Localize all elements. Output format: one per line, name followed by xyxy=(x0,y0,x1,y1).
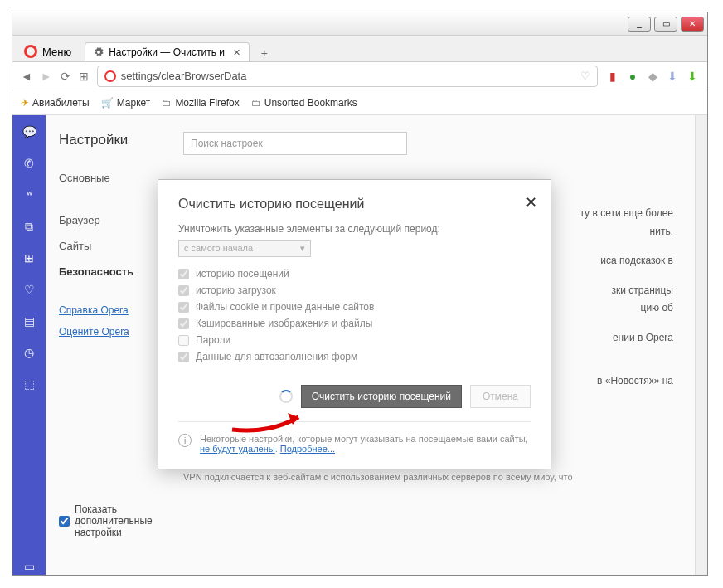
opera-logo-icon xyxy=(24,45,37,58)
settings-sidebar: Настройки Основные Браузер Сайты Безопас… xyxy=(46,115,170,575)
check-browsing-history[interactable]: историю посещений xyxy=(178,265,531,282)
tab-close-button[interactable]: ✕ xyxy=(233,47,240,58)
check-autofill[interactable]: Данные для автозаполнения форм xyxy=(178,348,531,365)
chevron-down-icon: ▾ xyxy=(300,243,305,254)
check-cache[interactable]: Кэшированные изображения и файлы xyxy=(178,315,531,332)
rail-extensions-icon[interactable]: ⬚ xyxy=(21,376,37,392)
tab-title: Настройки — Очистить и xyxy=(109,46,225,58)
sidebar-item-browser[interactable]: Браузер xyxy=(59,207,170,233)
loading-spinner-icon xyxy=(279,390,293,403)
close-window-button[interactable]: ✕ xyxy=(681,17,704,32)
tab-bar: Меню Настройки — Очистить и ✕ + xyxy=(12,36,707,62)
sidebar-item-basic[interactable]: Основные xyxy=(59,165,170,191)
rail-whatsapp-icon[interactable]: ✆ xyxy=(21,155,37,172)
bookmark-item[interactable]: ✈Авиабилеты xyxy=(21,97,90,109)
check-download-history[interactable]: историю загрузок xyxy=(178,282,531,299)
dialog-footer: i Некоторые настройки, которые могут ука… xyxy=(178,422,531,454)
ext-shield-icon[interactable]: ◆ xyxy=(646,70,659,83)
ext-download-icon[interactable]: ⬇ xyxy=(666,70,679,83)
back-button[interactable]: ◄ xyxy=(21,70,32,83)
side-rail: 💬 ✆ ʷ ⧉ ⊞ ♡ ▤ ◷ ⬚ ▭ xyxy=(12,115,46,575)
gear-icon xyxy=(94,47,104,57)
cancel-button[interactable]: Отмена xyxy=(470,385,531,408)
address-input[interactable]: settings/clearBrowserData ♡ xyxy=(97,66,598,87)
rail-history-icon[interactable]: ◷ xyxy=(21,344,37,361)
site-identity-icon xyxy=(104,70,116,82)
scrollbar[interactable] xyxy=(695,115,707,575)
info-icon: i xyxy=(178,434,192,447)
rail-favorites-icon[interactable]: ♡ xyxy=(21,281,37,298)
page-title: Настройки xyxy=(59,132,170,148)
bookmark-item[interactable]: 🛒Маркет xyxy=(101,97,151,109)
titlebar: _ ▭ ✕ xyxy=(12,12,707,36)
opera-menu-button[interactable]: Меню xyxy=(16,41,80,61)
check-passwords[interactable]: Пароли xyxy=(178,332,531,348)
ext-globe-icon[interactable]: ● xyxy=(626,70,639,83)
sidebar-item-sites[interactable]: Сайты xyxy=(59,233,170,259)
maximize-button[interactable]: ▭ xyxy=(654,17,677,32)
check-cookies[interactable]: Файлы cookie и прочие данные сайтов xyxy=(178,299,531,315)
extension-icons: ▮ ● ◆ ⬇ ⬇ xyxy=(606,70,699,83)
show-more-input[interactable] xyxy=(59,516,70,527)
dialog-title: Очистить историю посещений xyxy=(178,197,531,211)
settings-search-input[interactable]: Поиск настроек xyxy=(183,132,407,155)
menu-label: Меню xyxy=(42,46,71,58)
rail-settings-icon[interactable]: ▭ xyxy=(21,558,37,575)
rate-link[interactable]: Оцените Opera xyxy=(59,321,170,343)
rail-snapshot-icon[interactable]: ⧉ xyxy=(21,218,37,235)
minimize-button[interactable]: _ xyxy=(628,17,651,32)
sidebar-item-security[interactable]: Безопасность xyxy=(59,259,170,284)
ext-adblock-icon[interactable]: ▮ xyxy=(606,70,619,83)
dialog-actions: Очистить историю посещений Отмена xyxy=(178,385,531,422)
learn-more-link[interactable]: Подробнее... xyxy=(280,444,335,454)
bookmarks-bar: ✈Авиабилеты 🛒Маркет 🗀Mozilla Firefox 🗀Un… xyxy=(12,90,707,115)
clear-history-dialog: ✕ Очистить историю посещений Уничтожить … xyxy=(158,179,551,469)
reload-button[interactable]: ⟳ xyxy=(61,70,70,83)
rail-messenger-icon[interactable]: 💬 xyxy=(21,124,37,140)
ext-savefrom-icon[interactable]: ⬇ xyxy=(686,70,699,83)
show-more-checkbox[interactable]: Показать дополнительные настройки xyxy=(59,503,170,538)
rail-news-icon[interactable]: ▤ xyxy=(21,313,37,329)
address-toolbar: ◄ ► ⟳ ⊞ settings/clearBrowserData ♡ ▮ ● … xyxy=(12,62,707,90)
bookmark-item[interactable]: 🗀Mozilla Firefox xyxy=(162,97,239,109)
help-link[interactable]: Справка Opera xyxy=(59,299,170,321)
clear-history-button[interactable]: Очистить историю посещений xyxy=(301,385,462,408)
url-text: settings/clearBrowserData xyxy=(121,70,247,82)
dialog-subtitle: Уничтожить указанные элементы за следующ… xyxy=(178,223,531,235)
speed-dial-button[interactable]: ⊞ xyxy=(79,70,89,83)
new-tab-button[interactable]: + xyxy=(255,45,274,61)
bookmark-item[interactable]: 🗀Unsorted Bookmarks xyxy=(251,97,357,109)
bookmark-heart-icon[interactable]: ♡ xyxy=(580,70,590,82)
dialog-close-button[interactable]: ✕ xyxy=(525,193,537,211)
not-deleted-link[interactable]: не будут удалены xyxy=(200,444,275,454)
time-range-select: с самого начала▾ xyxy=(178,240,311,257)
tab-settings[interactable]: Настройки — Очистить и ✕ xyxy=(85,42,250,61)
rail-vk-icon[interactable]: ʷ xyxy=(21,187,37,203)
forward-button[interactable]: ► xyxy=(41,70,52,83)
rail-speeddial-icon[interactable]: ⊞ xyxy=(21,250,37,266)
